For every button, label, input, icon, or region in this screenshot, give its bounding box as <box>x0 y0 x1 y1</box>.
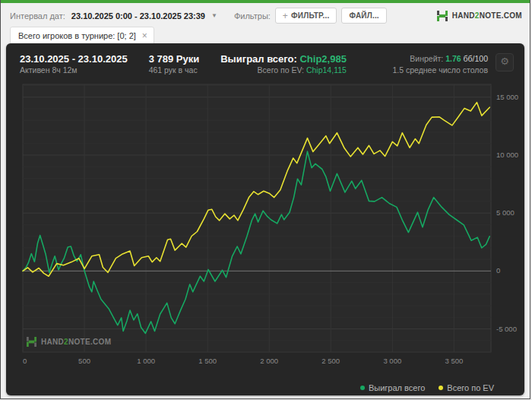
watermark-text: HAND2NOTE.COM <box>41 338 111 346</box>
svg-text:10 000: 10 000 <box>496 151 518 159</box>
legend-item-ev[interactable]: Всего по EV <box>439 383 494 392</box>
gear-icon[interactable]: ⚙ <box>496 53 514 71</box>
toolbar: Интервал дат: 23.10.2025 0:00 - 23.10.20… <box>1 3 530 27</box>
hand2note-logo-icon <box>436 11 448 21</box>
legend-label-won: Выиграл всего <box>369 383 425 392</box>
close-icon[interactable]: × <box>142 30 147 41</box>
add-filter-button[interactable]: + ФИЛЬТР... <box>275 8 337 24</box>
app-window: Интервал дат: 23.10.2025 0:00 - 23.10.20… <box>0 0 530 399</box>
file-button-label: ФАЙЛ... <box>349 11 378 20</box>
stat-hands: 3 789 Руки 461 рук в час <box>149 53 200 76</box>
date-interval-label: Интервал дат: <box>10 11 65 21</box>
svg-text:15 000: 15 000 <box>496 93 518 101</box>
chart-watermark: HAND2NOTE.COM <box>26 337 111 347</box>
filter-tab[interactable]: Всего игроков в турнире: [0; 2] × <box>10 27 154 45</box>
report-panel: 23.10.2025 - 23.10.2025 Активен 8ч 12м 3… <box>6 43 524 395</box>
svg-text:1 500: 1 500 <box>198 357 217 365</box>
ev-total-line: Всего по EV: Chip14,115 <box>220 65 347 76</box>
filter-tab-row: Всего игроков в турнире: [0; 2] × <box>1 27 530 45</box>
winrate-line: Винрейт: 1.76 бб/100 <box>392 53 488 65</box>
winrate-value: 1.76 <box>445 54 461 63</box>
filter-tab-label: Всего игроков в турнире: [0; 2] <box>18 31 136 40</box>
won-total-value: Chip2,985 <box>299 53 346 65</box>
active-time-value: Активен 8ч 12м <box>20 65 128 76</box>
svg-text:500: 500 <box>78 357 90 365</box>
legend-dot-yellow <box>439 386 443 390</box>
date-range-value: 23.10.2025 - 23.10.2025 <box>20 53 128 65</box>
svg-text:3 000: 3 000 <box>383 357 401 365</box>
hands-value: 3 789 Руки <box>149 53 200 65</box>
svg-text:5 000: 5 000 <box>496 208 515 217</box>
plus-icon: + <box>283 13 288 19</box>
svg-text:1 000: 1 000 <box>137 357 155 365</box>
legend-label-ev: Всего по EV <box>447 383 494 392</box>
svg-text:0: 0 <box>23 357 27 365</box>
chart-legend: Выиграл всего Всего по EV <box>360 383 494 392</box>
stat-date-range: 23.10.2025 - 23.10.2025 Активен 8ч 12м <box>20 53 128 76</box>
avg-tables-value: 1.5 среднее число столов <box>392 65 488 76</box>
brand-text: HAND2NOTE.COM <box>452 11 522 20</box>
brand-logo: HAND2NOTE.COM <box>436 11 522 21</box>
chevron-down-icon[interactable]: ▼ <box>211 12 217 19</box>
stat-winnings: Выиграл всего: Chip2,985 Всего по EV: Ch… <box>220 53 347 76</box>
hand2note-watermark-icon <box>26 337 37 347</box>
file-button[interactable]: ФАЙЛ... <box>341 8 386 24</box>
ev-total-value: Chip14,115 <box>306 65 347 75</box>
hands-per-hour-value: 461 рук в час <box>149 65 200 76</box>
add-filter-button-label: ФИЛЬТР... <box>291 11 329 20</box>
stat-winrate: Винрейт: 1.76 бб/100 1.5 среднее число с… <box>392 53 488 76</box>
date-interval-value[interactable]: 23.10.2025 0:00 - 23.10.2025 23:39 <box>71 11 205 21</box>
svg-text:3 500: 3 500 <box>445 357 463 365</box>
svg-text:-5 000: -5 000 <box>496 325 517 333</box>
legend-item-won[interactable]: Выиграл всего <box>360 383 425 392</box>
stats-header: 23.10.2025 - 23.10.2025 Активен 8ч 12м 3… <box>6 43 524 76</box>
filters-label: Фильтры: <box>234 11 271 21</box>
svg-text:0: 0 <box>496 266 500 275</box>
winnings-chart: -5 00005 00010 00015 00005001 0001 5002 … <box>14 81 521 395</box>
legend-dot-green <box>360 386 365 390</box>
svg-text:2 000: 2 000 <box>260 357 278 365</box>
chart-canvas[interactable]: -5 00005 00010 00015 00005001 0001 5002 … <box>14 81 524 379</box>
won-total-line: Выиграл всего: Chip2,985 <box>220 53 347 65</box>
svg-text:2 500: 2 500 <box>321 357 340 365</box>
